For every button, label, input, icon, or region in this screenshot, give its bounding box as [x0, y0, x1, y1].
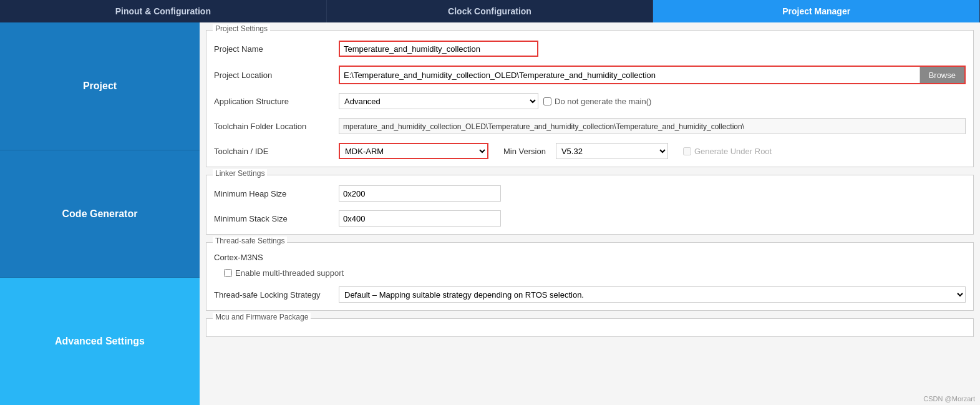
- top-navigation: Pinout & Configuration Clock Configurati…: [0, 0, 980, 22]
- tab-pinout-label: Pinout & Configuration: [115, 6, 211, 16]
- multi-thread-row: Enable multi-threaded support: [214, 268, 966, 278]
- project-location-row: Project Location Browse: [214, 66, 966, 84]
- linker-settings-section: Linker Settings Minimum Heap Size Minimu…: [206, 175, 974, 235]
- sidebar-item-advanced-settings[interactable]: Advanced Settings: [0, 278, 200, 405]
- project-settings-section: Project Settings Project Name Project Lo…: [206, 30, 974, 167]
- min-stack-row: Minimum Stack Size: [214, 210, 966, 227]
- locking-strategy-label: Thread-safe Locking Strategy: [214, 290, 339, 300]
- enable-multi-thread-checkbox[interactable]: [224, 269, 232, 277]
- toolchain-ide-row: Toolchain / IDE MDK-ARM Min Version V5.3…: [214, 143, 966, 159]
- do-not-generate-main-checkbox[interactable]: [543, 97, 551, 105]
- project-location-group: Browse: [339, 66, 966, 84]
- enable-multi-thread-text: Enable multi-threaded support: [235, 268, 344, 278]
- toolchain-ide-label: Toolchain / IDE: [214, 147, 339, 156]
- tab-project-manager[interactable]: Project Manager: [653, 0, 980, 22]
- thread-safe-settings-section: Thread-safe Settings Cortex-M3NS Enable …: [206, 242, 974, 311]
- toolchain-folder-row: Toolchain Folder Location mperature_and_…: [214, 118, 966, 134]
- sidebar: Project Code Generator Advanced Settings: [0, 22, 200, 405]
- min-version-label: Min Version: [503, 147, 546, 156]
- project-location-label: Project Location: [214, 71, 339, 80]
- thread-safe-settings-label: Thread-safe Settings: [213, 237, 287, 245]
- tab-project-manager-label: Project Manager: [782, 6, 850, 16]
- toolchain-folder-label: Toolchain Folder Location: [214, 122, 339, 131]
- app-structure-row: Application Structure Advanced Do not ge…: [214, 93, 966, 109]
- sidebar-item-project[interactable]: Project: [0, 22, 200, 150]
- project-location-input[interactable]: [340, 67, 919, 83]
- watermark: CSDN @Morzart: [923, 395, 975, 403]
- project-settings-label: Project Settings: [213, 24, 270, 33]
- main-layout: Project Code Generator Advanced Settings…: [0, 22, 980, 405]
- generate-under-root-text: Generate Under Root: [694, 147, 772, 156]
- project-name-input[interactable]: [339, 41, 538, 57]
- min-version-select[interactable]: V5.32: [556, 143, 668, 159]
- mcu-firmware-section: Mcu and Firmware Package: [206, 318, 974, 337]
- tab-clock[interactable]: Clock Configuration: [327, 0, 654, 22]
- browse-button[interactable]: Browse: [919, 67, 964, 83]
- mcu-firmware-label: Mcu and Firmware Package: [213, 313, 311, 321]
- sidebar-item-code-generator[interactable]: Code Generator: [0, 150, 200, 278]
- linker-settings-label: Linker Settings: [213, 169, 267, 178]
- locking-strategy-row: Thread-safe Locking Strategy Default – M…: [214, 286, 966, 303]
- do-not-generate-main-label: Do not generate the main(): [555, 97, 651, 106]
- project-name-row: Project Name: [214, 41, 966, 57]
- content-area: Project Settings Project Name Project Lo…: [200, 22, 980, 405]
- toolchain-folder-path: mperature_and_humidity_collection_OLED\T…: [339, 118, 966, 134]
- tab-pinout[interactable]: Pinout & Configuration: [0, 0, 327, 22]
- locking-strategy-select[interactable]: Default – Mapping suitable strategy depe…: [339, 286, 966, 303]
- toolchain-ide-select[interactable]: MDK-ARM: [339, 143, 488, 159]
- sidebar-advanced-settings-label: Advanced Settings: [55, 336, 145, 347]
- app-structure-label: Application Structure: [214, 97, 339, 106]
- generate-under-root-label: Generate Under Root: [683, 147, 772, 156]
- do-not-generate-main-checkbox-label[interactable]: Do not generate the main(): [543, 97, 651, 106]
- project-name-label: Project Name: [214, 44, 339, 54]
- sidebar-project-label: Project: [83, 81, 117, 92]
- min-heap-row: Minimum Heap Size: [214, 185, 966, 202]
- min-stack-label: Minimum Stack Size: [214, 214, 339, 223]
- cortex-label: Cortex-M3NS: [214, 253, 966, 262]
- min-heap-input[interactable]: [339, 185, 501, 202]
- tab-clock-label: Clock Configuration: [448, 6, 531, 16]
- generate-under-root-checkbox: [683, 147, 691, 155]
- sidebar-code-generator-label: Code Generator: [62, 208, 138, 220]
- enable-multi-thread-label[interactable]: Enable multi-threaded support: [224, 268, 344, 278]
- app-structure-select[interactable]: Advanced: [339, 93, 538, 109]
- min-stack-input[interactable]: [339, 210, 501, 227]
- min-heap-label: Minimum Heap Size: [214, 189, 339, 198]
